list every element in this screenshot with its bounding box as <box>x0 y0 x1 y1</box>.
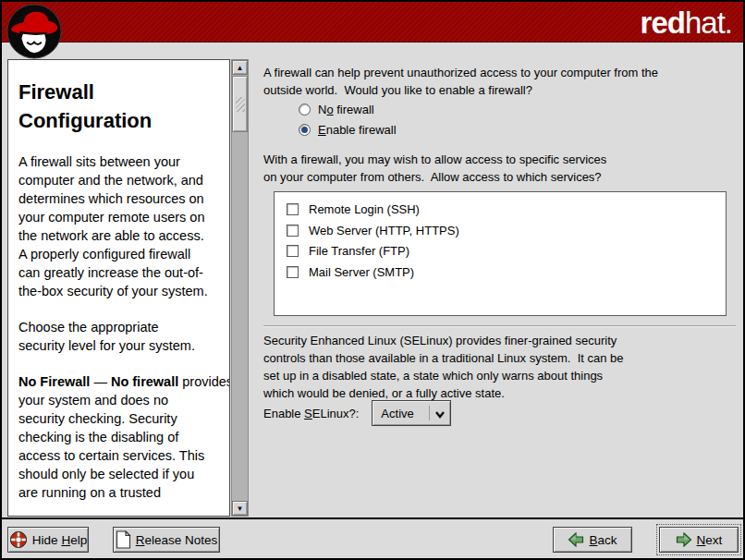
selinux-label: Enable SELinux?: <box>263 407 359 420</box>
dropdown-divider <box>429 406 430 420</box>
lifebuoy-icon <box>9 530 28 549</box>
help-panel: Firewall Configuration A firewall sits b… <box>7 59 230 517</box>
redhat-shadowman-logo-icon <box>6 3 63 60</box>
service-label: Mail Server (SMTP) <box>309 265 414 279</box>
radio-no-firewall[interactable]: No firewall <box>299 102 374 117</box>
selinux-dropdown-value: Active <box>372 407 413 420</box>
help-paragraph-2: Choose the appropriate security level fo… <box>18 318 220 355</box>
scroll-down-icon: ▼ <box>237 505 244 513</box>
service-file-transfer-ftp[interactable]: File Transfer (FTP) <box>287 243 409 258</box>
redhat-wordmark: redhat. <box>641 5 732 42</box>
back-button[interactable]: Back <box>553 527 632 553</box>
installer-window: redhat. Firewall Configuration A firewal… <box>0 0 745 560</box>
selinux-dropdown[interactable]: Active <box>372 400 451 426</box>
scroll-up-button[interactable]: ▲ <box>232 60 248 75</box>
document-icon <box>116 530 131 549</box>
checkbox-icon[interactable] <box>287 266 299 278</box>
checkbox-icon[interactable] <box>287 245 299 257</box>
scrollbar-grip <box>236 97 245 112</box>
release-notes-button[interactable]: Release Notes <box>113 527 220 553</box>
release-notes-label: Release Notes <box>136 533 218 547</box>
checkbox-icon[interactable] <box>287 203 299 215</box>
help-paragraph-3: No Firewall — No firewall provides compl… <box>18 372 220 502</box>
chevron-down-icon <box>434 409 446 419</box>
selinux-description-text: Security Enhanced Linux (SELinux) provid… <box>263 332 624 402</box>
service-remote-login-ssh[interactable]: Remote Login (SSH) <box>287 201 420 216</box>
section-separator <box>263 325 736 327</box>
radio-enable-firewall[interactable]: Enable firewall <box>299 122 397 138</box>
arrow-left-icon <box>568 532 584 547</box>
next-button[interactable]: Next <box>659 527 739 553</box>
no-firewall-term-2: No firewall <box>111 374 178 389</box>
radio-enable-firewall-label: Enable firewall <box>318 123 397 137</box>
service-label: File Transfer (FTP) <box>309 244 409 258</box>
help-paragraph-1: A firewall sits between your computer an… <box>18 152 220 300</box>
scroll-up-icon: ▲ <box>237 64 244 72</box>
next-label: Next <box>697 533 723 547</box>
radio-button-icon[interactable] <box>299 103 311 116</box>
firewall-intro-text: A firewall can help prevent unauthorized… <box>263 64 658 99</box>
header-bar: redhat. <box>2 2 743 43</box>
arrow-right-icon <box>676 532 692 547</box>
scrollbar-thumb[interactable] <box>232 76 248 132</box>
service-mail-server-smtp[interactable]: Mail Server (SMTP) <box>287 264 414 279</box>
no-firewall-term-1: No Firewall <box>18 374 90 389</box>
service-label: Remote Login (SSH) <box>309 202 420 216</box>
services-list: Remote Login (SSH) Web Server (HTTP, HTT… <box>274 191 727 316</box>
service-web-server[interactable]: Web Server (HTTP, HTTPS) <box>287 223 459 237</box>
selinux-setting-row: Enable SELinux?: Active <box>263 400 451 426</box>
no-firewall-description: provides complete access to your system … <box>18 374 230 500</box>
scroll-down-button[interactable]: ▼ <box>232 501 248 516</box>
hide-help-label: Hide Help <box>32 533 87 547</box>
brand-light: hat. <box>685 6 732 40</box>
checkbox-icon[interactable] <box>287 225 299 237</box>
services-intro-text: With a firewall, you may wish to allow a… <box>263 151 606 186</box>
radio-button-selected-icon[interactable] <box>299 124 311 136</box>
footer-divider <box>2 517 743 519</box>
help-scrollbar[interactable]: ▲ ▼ <box>231 59 249 517</box>
back-label: Back <box>589 533 617 547</box>
service-label: Web Server (HTTP, HTTPS) <box>309 224 459 237</box>
brand-bold: red <box>641 6 685 40</box>
dash: — <box>90 374 111 389</box>
help-title: Firewall Configuration <box>18 78 220 135</box>
radio-no-firewall-label: No firewall <box>318 103 374 116</box>
hide-help-button[interactable]: Hide Help <box>7 527 89 553</box>
